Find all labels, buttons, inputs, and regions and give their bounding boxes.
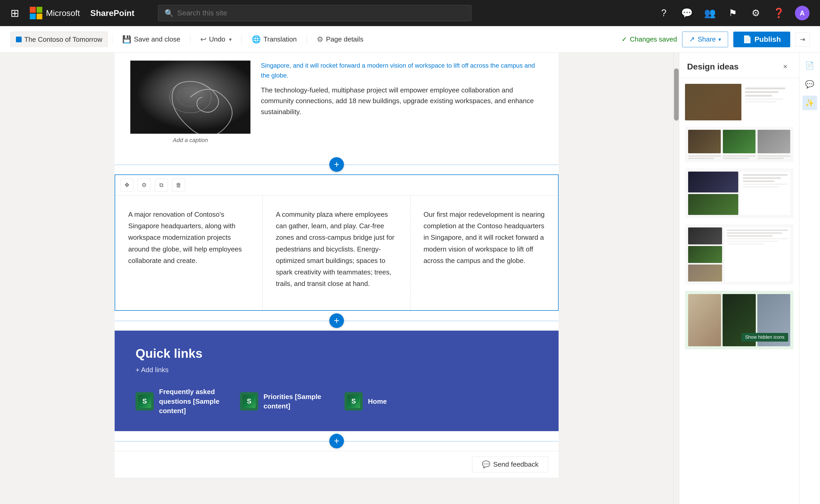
add-links-button[interactable]: + Add links: [136, 366, 538, 374]
undo-dropdown-icon: ▾: [229, 36, 232, 43]
design-ideas-panel: Design ideas ×: [679, 53, 799, 504]
collapse-button[interactable]: ⇥: [795, 32, 810, 46]
design-ideas-title: Design ideas: [687, 62, 739, 72]
nav-icons: ? 💬 👥 ⚑ ⚙ ❓ A: [657, 6, 810, 20]
undo-button[interactable]: ↩ Undo ▾: [195, 32, 237, 47]
design-idea-card-2[interactable]: [684, 126, 794, 163]
page-content[interactable]: Add a caption Singapore, and it will roc…: [0, 53, 673, 504]
search-input[interactable]: [177, 9, 465, 17]
comment-icon[interactable]: 💬: [803, 77, 817, 91]
image-text-section: Add a caption Singapore, and it will roc…: [115, 53, 559, 155]
ql-link-label-1: Frequently asked questions [Sample conte…: [159, 387, 227, 415]
col-controls: ✥ ⚙ ⧉ 🗑: [115, 175, 558, 196]
publish-icon: 📄: [743, 35, 752, 44]
share-icon: ↗: [689, 35, 695, 43]
avatar[interactable]: A: [795, 6, 810, 20]
page-details-label: Page details: [326, 35, 363, 43]
section-add-below[interactable]: +: [115, 311, 559, 331]
help-icon[interactable]: ?: [657, 6, 671, 20]
image-block: Add a caption: [130, 61, 250, 147]
ql-link-icon-1: S: [136, 392, 154, 411]
share-button[interactable]: ↗ Share ▾: [682, 32, 728, 47]
feedback-bar: 💬 Send feedback: [115, 451, 559, 478]
add-section-circle-icon-2[interactable]: +: [329, 313, 344, 328]
design-idea-card-3[interactable]: [684, 168, 794, 219]
publish-label: Publish: [754, 35, 781, 44]
col-item-1: A major renovation of Contoso's Singapor…: [115, 196, 263, 310]
ms-logo-red: [30, 7, 36, 13]
sharepoint-file-icon-1: S: [138, 395, 151, 408]
design-ideas-close-button[interactable]: ×: [779, 61, 791, 73]
intro-text: The technology-fueled, multiphase projec…: [261, 85, 543, 118]
list-item[interactable]: S Home: [344, 387, 387, 415]
search-bar[interactable]: 🔍: [158, 5, 471, 21]
add-section-circle-icon-3[interactable]: +: [329, 434, 344, 448]
ms-logo-yellow: [37, 14, 43, 20]
design-idea-card-1[interactable]: [684, 83, 794, 121]
add-section-circle-icon[interactable]: +: [329, 157, 344, 172]
text-block: Singapore, and it will rocket forward a …: [261, 61, 543, 125]
intro-text-partial: Singapore, and it will rocket forward a …: [261, 61, 543, 81]
collapse-icon: ⇥: [800, 36, 805, 43]
three-col-section: ✥ ⚙ ⧉ 🗑 A major renovation of Contoso's …: [115, 174, 559, 311]
top-navigation: ⊞ Microsoft SharePoint 🔍 ? 💬 👥 ⚑ ⚙ ❓ A: [0, 0, 820, 26]
search-icon: 🔍: [165, 9, 174, 17]
undo-label: Undo: [209, 35, 225, 43]
col3-text: Our first major redevelopment is nearing…: [424, 209, 545, 266]
section-add-bottom[interactable]: +: [115, 431, 559, 451]
page-details-icon: ⚙: [317, 35, 323, 44]
question-icon[interactable]: ❓: [772, 6, 786, 20]
ms-logo-green: [37, 7, 43, 13]
col2-text: A community plaza where employees can ga…: [276, 209, 397, 289]
three-cols: A major renovation of Contoso's Singapor…: [115, 196, 558, 310]
sharepoint-file-icon-2: S: [243, 395, 256, 408]
design-ideas-scrollable[interactable]: Show hidden icons: [679, 78, 799, 504]
design-ideas-icon[interactable]: ✨: [803, 96, 817, 110]
sharepoint-label: SharePoint: [90, 8, 134, 18]
content-area: Add a caption Singapore, and it will roc…: [115, 53, 559, 478]
people-icon[interactable]: 👥: [703, 6, 717, 20]
site-tab-label: The Contoso of Tomorrow: [24, 36, 102, 44]
scrollbar-track[interactable]: [673, 53, 679, 504]
scrollbar-thumb[interactable]: [674, 68, 679, 121]
ql-link-icon-2: S: [240, 392, 258, 411]
delete-icon[interactable]: 🗑: [172, 179, 185, 192]
duplicate-icon[interactable]: ⧉: [155, 179, 168, 192]
quick-links-section: Quick links + Add links S Frequently ask…: [115, 331, 559, 431]
save-close-label: Save and close: [134, 35, 180, 43]
move-icon[interactable]: ✥: [120, 179, 133, 192]
design-idea-card-4[interactable]: [684, 224, 794, 285]
feedback-icon: 💬: [482, 460, 490, 468]
undo-icon: ↩: [200, 35, 206, 44]
toolbar-left: The Contoso of Tomorrow 💾 Save and close…: [10, 32, 622, 47]
apps-grid-icon[interactable]: ⊞: [10, 7, 19, 19]
translation-icon: 🌐: [252, 35, 261, 44]
site-tab[interactable]: The Contoso of Tomorrow: [10, 32, 108, 47]
toolbar: The Contoso of Tomorrow 💾 Save and close…: [0, 26, 820, 53]
translation-button[interactable]: 🌐 Translation: [246, 32, 303, 47]
flag-icon[interactable]: ⚑: [726, 6, 740, 20]
design-idea-card-5[interactable]: Show hidden icons: [684, 290, 794, 350]
settings-col-icon[interactable]: ⚙: [138, 179, 151, 192]
publish-button[interactable]: 📄 Publish: [733, 32, 790, 47]
image-caption: Add a caption: [130, 134, 250, 147]
page-icon[interactable]: 📄: [803, 58, 817, 73]
toolbar-divider-4: [307, 34, 307, 45]
feedback-button[interactable]: 💬 Send feedback: [472, 456, 548, 472]
ql-link-icon-3: S: [344, 392, 363, 411]
ql-link-label-2: Priorities [Sample content]: [263, 392, 331, 411]
page-details-button[interactable]: ⚙ Page details: [311, 32, 369, 47]
chat-icon[interactable]: 💬: [680, 6, 694, 20]
design-ideas-header: Design ideas ×: [679, 53, 799, 78]
sharepoint-file-icon-3: S: [347, 395, 360, 408]
col-item-3: Our first major redevelopment is nearing…: [411, 196, 558, 310]
col-item-2: A community plaza where employees can ga…: [263, 196, 410, 310]
quick-links-title: Quick links: [136, 346, 538, 361]
list-item[interactable]: S Frequently asked questions [Sample con…: [136, 387, 227, 415]
save-close-icon: 💾: [122, 35, 131, 44]
list-item[interactable]: S Priorities [Sample content]: [240, 387, 331, 415]
save-close-button[interactable]: 💾 Save and close: [116, 32, 186, 47]
col1-text: A major renovation of Contoso's Singapor…: [128, 209, 249, 266]
section-add-above[interactable]: +: [115, 155, 559, 174]
settings-icon[interactable]: ⚙: [749, 6, 763, 20]
